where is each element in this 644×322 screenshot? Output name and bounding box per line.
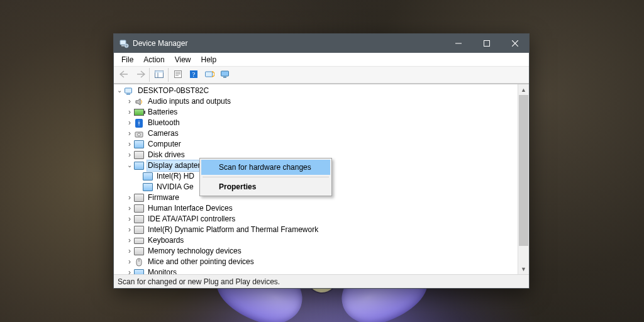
expand-toggle[interactable] [125,160,134,171]
context-menu-item-label: Properties [219,182,256,191]
maximize-button[interactable] [472,34,501,53]
tree-item-hid[interactable]: Human Interface Devices [114,203,518,214]
tree-item-audio[interactable]: Audio inputs and outputs [114,96,518,107]
chip-icon [134,247,144,257]
toolbar-separator [149,68,150,82]
toolbar-devices-button[interactable] [217,67,233,82]
device-tree[interactable]: DESKTOP-0BST82C Audio inputs and outputs… [114,84,518,274]
tree-item-label: Bluetooth [147,118,181,128]
tree-item-label: Firmware [147,192,180,203]
svg-text:?: ? [192,70,195,78]
tree-item-label: Display adapters [147,160,205,172]
scroll-down-button[interactable]: ▼ [518,264,529,274]
tree-item-cameras[interactable]: Cameras [114,128,518,139]
context-menu-properties[interactable]: Properties [201,179,330,194]
mouse-icon [134,257,144,267]
expand-toggle[interactable] [125,128,134,139]
expand-toggle[interactable] [125,192,134,203]
menu-view[interactable]: View [170,54,196,65]
firmware-icon [134,193,144,203]
menu-action[interactable]: Action [138,54,169,65]
camera-icon [134,129,144,139]
display-adapter-icon [143,172,153,182]
tree-item-computer[interactable]: Computer [114,139,518,150]
minimize-button[interactable] [444,34,472,53]
properties-icon [174,70,182,80]
help-icon: ? [189,70,198,80]
svg-rect-0 [120,40,126,45]
toolbar-forward-button[interactable] [132,67,148,82]
tree-item-keyboards[interactable]: Keyboards [114,235,518,246]
context-menu-item-label: Scan for hardware changes [219,163,311,172]
titlebar[interactable]: Device Manager [114,34,529,53]
expand-toggle[interactable] [125,96,134,107]
tree-item-label: Memory technology devices [147,246,243,257]
menu-help[interactable]: Help [196,54,222,65]
window-title: Device Manager [133,39,444,48]
toolbar-back-button[interactable] [116,67,132,82]
hid-icon [134,204,144,214]
svg-rect-9 [205,72,212,77]
tree-item-batteries[interactable]: Batteries [114,107,518,118]
computer-icon [134,140,144,150]
device-manager-icon [119,38,129,48]
display-adapter-icon [134,161,144,171]
tree-item-label: Intel(R) Dynamic Platform and Thermal Fr… [147,225,319,235]
monitor-icon [134,268,144,275]
audio-icon [134,97,144,107]
statusbar: Scan for changed or new Plug and Play de… [114,274,529,288]
statusbar-text: Scan for changed or new Plug and Play de… [118,277,280,286]
expand-toggle[interactable] [125,235,134,246]
expand-toggle[interactable] [125,203,134,214]
expand-toggle[interactable] [125,257,134,267]
battery-icon [134,108,144,118]
toolbar-separator [168,68,169,82]
scrollbar-thumb[interactable] [519,95,528,246]
svg-rect-13 [126,94,130,95]
tree-item-label: Disk drives [147,150,186,160]
tree-item-label: IDE ATA/ATAPI controllers [147,214,236,225]
tree-item-label: Human Interface Devices [147,203,234,214]
tree-item-dptf[interactable]: Intel(R) Dynamic Platform and Thermal Fr… [114,225,518,235]
toolbar-properties-button[interactable] [170,67,186,82]
expand-toggle[interactable] [125,150,134,160]
svg-rect-12 [125,88,132,93]
tree-item-mice[interactable]: Mice and other pointing devices [114,257,518,267]
tree-item-ide[interactable]: IDE ATA/ATAPI controllers [114,214,518,225]
close-button[interactable] [501,34,529,53]
panel-icon [154,70,164,80]
tree-root[interactable]: DESKTOP-0BST82C [114,86,518,96]
toolbar-scan-button[interactable] [201,67,217,82]
scroll-up-button[interactable]: ▲ [518,84,529,95]
toolbar-show-hide-tree-button[interactable] [151,67,167,82]
vertical-scrollbar[interactable]: ▲ ▼ [518,84,529,274]
expand-toggle[interactable] [125,107,134,118]
chip-icon [134,225,144,235]
menubar: File Action View Help [114,53,529,67]
expand-toggle[interactable] [115,86,124,96]
expand-toggle[interactable] [125,267,134,274]
scan-icon [204,70,214,80]
tree-item-bluetooth[interactable]: ᚼ Bluetooth [114,118,518,128]
svg-rect-3 [484,41,489,47]
expand-toggle[interactable] [125,225,134,235]
expand-toggle[interactable] [125,246,134,257]
tree-item-label: Computer [147,139,182,150]
toolbar-help-button[interactable]: ? [186,67,201,82]
expand-toggle[interactable] [125,214,134,225]
svg-rect-10 [221,71,228,76]
tree-item-label: Intel(R) HD [155,171,196,182]
context-menu-scan[interactable]: Scan for hardware changes [201,160,330,175]
svg-rect-11 [223,77,226,78]
ide-icon [134,214,144,225]
tree-item-label: Keyboards [147,235,185,246]
tree-item-monitors[interactable]: Monitors [114,267,518,274]
computer-icon [124,86,134,96]
menu-file[interactable]: File [116,54,138,65]
tree-item-memtech[interactable]: Memory technology devices [114,246,518,257]
expand-toggle[interactable] [125,118,134,128]
monitor-icon [220,70,230,80]
expand-toggle[interactable] [125,139,134,150]
svg-rect-1 [121,45,125,47]
context-menu: Scan for hardware changes Properties [199,158,332,196]
